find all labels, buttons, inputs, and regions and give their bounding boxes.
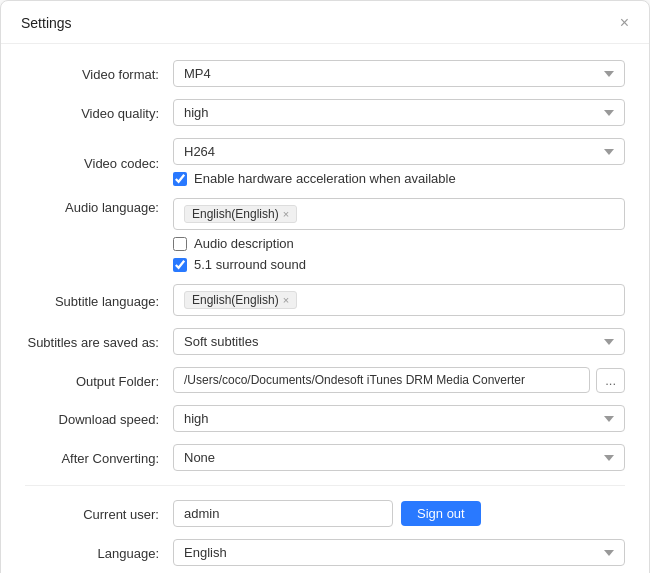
download-speed-label: Download speed: <box>25 410 173 427</box>
output-folder-input[interactable] <box>173 367 590 393</box>
current-user-label: Current user: <box>25 505 173 522</box>
surround-sound-label: 5.1 surround sound <box>194 257 306 272</box>
surround-sound-checkbox[interactable] <box>173 258 187 272</box>
window-title: Settings <box>21 15 72 31</box>
video-quality-label: Video quality: <box>25 104 173 121</box>
hw-accel-label: Enable hardware acceleration when availa… <box>194 171 456 186</box>
audio-language-row: Audio language: English(English) × Audio… <box>25 198 625 272</box>
after-converting-select[interactable]: None <box>173 444 625 471</box>
after-converting-field: None <box>173 444 625 471</box>
subtitle-language-tag-input[interactable]: English(English) × <box>173 284 625 316</box>
titlebar: Settings × <box>1 1 649 44</box>
video-quality-select[interactable]: high <box>173 99 625 126</box>
audio-language-label: Audio language: <box>25 198 173 215</box>
video-codec-select[interactable]: H264 <box>173 138 625 165</box>
audio-language-tag-text: English(English) <box>192 207 279 221</box>
audio-language-tag-input[interactable]: English(English) × <box>173 198 625 230</box>
download-speed-select[interactable]: high <box>173 405 625 432</box>
hw-accel-row: Enable hardware acceleration when availa… <box>173 171 625 186</box>
current-user-wrap: Sign out <box>173 500 625 527</box>
sign-out-button[interactable]: Sign out <box>401 501 481 526</box>
audio-language-tag-remove[interactable]: × <box>283 208 289 220</box>
current-user-input[interactable] <box>173 500 393 527</box>
language-select[interactable]: English <box>173 539 625 566</box>
output-folder-label: Output Folder: <box>25 372 173 389</box>
language-label: Language: <box>25 544 173 561</box>
subtitle-language-label: Subtitle language: <box>25 292 173 309</box>
settings-content: Video format: MP4 Video quality: high Vi… <box>1 44 649 573</box>
video-quality-row: Video quality: high <box>25 99 625 126</box>
subtitle-language-tag-remove[interactable]: × <box>283 294 289 306</box>
audio-desc-checkbox[interactable] <box>173 237 187 251</box>
surround-sound-row: 5.1 surround sound <box>173 257 625 272</box>
output-folder-field: ... <box>173 367 625 393</box>
video-format-field: MP4 <box>173 60 625 87</box>
after-converting-label: After Converting: <box>25 449 173 466</box>
video-format-select[interactable]: MP4 <box>173 60 625 87</box>
after-converting-row: After Converting: None <box>25 444 625 471</box>
subtitle-language-tag: English(English) × <box>184 291 297 309</box>
video-codec-field: H264 Enable hardware acceleration when a… <box>173 138 625 186</box>
audio-language-tag: English(English) × <box>184 205 297 223</box>
output-folder-wrap: ... <box>173 367 625 393</box>
current-user-field: Sign out <box>173 500 625 527</box>
output-folder-browse-button[interactable]: ... <box>596 368 625 393</box>
audio-options: Audio description 5.1 surround sound <box>173 236 625 272</box>
audio-desc-label: Audio description <box>194 236 294 251</box>
close-button[interactable]: × <box>616 13 633 33</box>
output-folder-row: Output Folder: ... <box>25 367 625 393</box>
video-quality-field: high <box>173 99 625 126</box>
audio-desc-row: Audio description <box>173 236 625 251</box>
current-user-row: Current user: Sign out <box>25 500 625 527</box>
subtitle-language-row: Subtitle language: English(English) × <box>25 284 625 316</box>
subtitles-saved-as-field: Soft subtitles <box>173 328 625 355</box>
video-codec-label: Video codec: <box>25 154 173 171</box>
audio-language-field: English(English) × Audio description 5.1… <box>173 198 625 272</box>
language-field: English <box>173 539 625 566</box>
subtitle-language-tag-text: English(English) <box>192 293 279 307</box>
language-row: Language: English <box>25 539 625 566</box>
subtitles-saved-as-select[interactable]: Soft subtitles <box>173 328 625 355</box>
subtitles-saved-as-row: Subtitles are saved as: Soft subtitles <box>25 328 625 355</box>
hw-accel-checkbox[interactable] <box>173 172 187 186</box>
download-speed-row: Download speed: high <box>25 405 625 432</box>
video-codec-row: Video codec: H264 Enable hardware accele… <box>25 138 625 186</box>
video-format-label: Video format: <box>25 65 173 82</box>
subtitle-language-field: English(English) × <box>173 284 625 316</box>
subtitles-saved-as-label: Subtitles are saved as: <box>25 333 173 350</box>
download-speed-field: high <box>173 405 625 432</box>
divider <box>25 485 625 486</box>
settings-window: Settings × Video format: MP4 Video quali… <box>0 0 650 573</box>
video-format-row: Video format: MP4 <box>25 60 625 87</box>
